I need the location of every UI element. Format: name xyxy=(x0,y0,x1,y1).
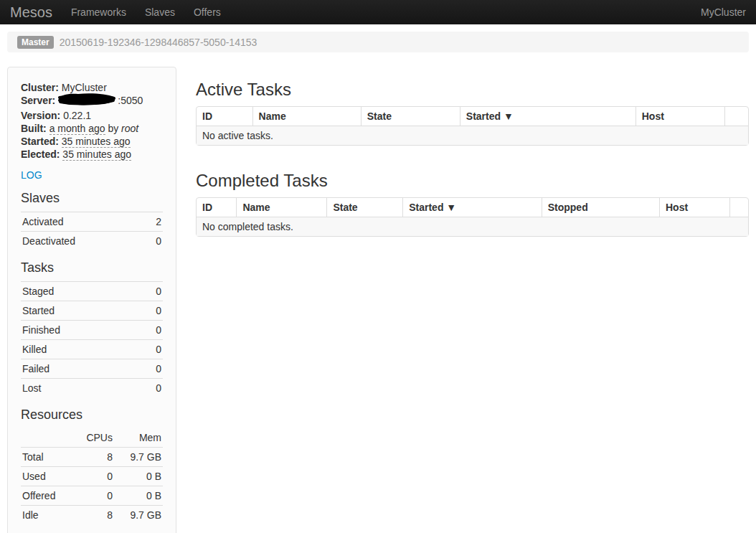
slaves-activated-label: Activated xyxy=(21,212,144,232)
completed-col-id[interactable]: ID xyxy=(197,198,236,217)
master-badge: Master xyxy=(17,36,54,49)
slaves-deactivated-value: 0 xyxy=(144,232,163,251)
table-row: Started 0 xyxy=(21,301,163,321)
table-row: Offered 0 0 B xyxy=(21,486,163,506)
completed-col-started sort-desc-icon[interactable]: Started ▼ xyxy=(402,198,542,217)
active-col-started sort-desc-icon[interactable]: Started ▼ xyxy=(460,107,635,126)
server-port: :5050 xyxy=(118,95,143,106)
built-time: a month ago xyxy=(49,123,105,135)
table-row: Used 0 0 B xyxy=(21,467,163,486)
built-by: by xyxy=(108,123,118,134)
elected-info-line: Elected: 35 minutes ago xyxy=(21,148,163,161)
tasks-finished-label: Finished xyxy=(21,321,138,340)
tasks-failed-label: Failed xyxy=(21,359,138,379)
resources-header-empty xyxy=(21,428,72,448)
log-link[interactable]: LOG xyxy=(21,169,42,181)
completed-col-state[interactable]: State xyxy=(326,198,402,217)
slaves-deactivated-label: Deactivated xyxy=(21,232,144,251)
tasks-killed-label: Killed xyxy=(21,340,138,359)
resources-idle-label: Idle xyxy=(21,506,72,525)
version-info-line: Version: 0.22.1 xyxy=(21,109,163,122)
tasks-failed-value: 0 xyxy=(138,359,163,379)
active-col-actions xyxy=(724,107,748,126)
tasks-finished-value: 0 xyxy=(138,321,163,340)
nav-item-offers[interactable]: Offers xyxy=(194,6,221,18)
tasks-started-label: Started xyxy=(21,301,138,321)
completed-col-stopped[interactable]: Stopped xyxy=(542,198,659,217)
nav-item-slaves[interactable]: Slaves xyxy=(145,6,175,18)
version-value: 0.22.1 xyxy=(63,110,91,121)
active-col-host[interactable]: Host xyxy=(635,107,724,126)
slaves-table: Activated 2 Deactivated 0 xyxy=(21,212,163,250)
version-label: Version: xyxy=(21,110,60,121)
tasks-lost-value: 0 xyxy=(138,379,163,398)
tasks-killed-value: 0 xyxy=(138,340,163,359)
server-label: Server: xyxy=(21,95,55,106)
tasks-staged-label: Staged xyxy=(21,282,138,301)
master-info-panel: Cluster: MyCluster Server::5050 Version:… xyxy=(7,67,176,533)
completed-col-name[interactable]: Name xyxy=(236,198,326,217)
main-content: Active Tasks ID Name State Started ▼ Hos… xyxy=(196,67,749,237)
elected-label: Elected: xyxy=(21,148,60,160)
slaves-heading: Slaves xyxy=(21,191,163,206)
table-row: Staged 0 xyxy=(21,282,163,301)
resources-total-label: Total xyxy=(21,448,72,467)
nav-item-frameworks[interactable]: Frameworks xyxy=(71,6,126,18)
active-col-state[interactable]: State xyxy=(361,107,460,126)
redaction-scribble xyxy=(57,92,117,109)
resources-used-mem: 0 B xyxy=(114,467,163,486)
tasks-staged-value: 0 xyxy=(138,282,163,301)
top-navbar: Mesos Frameworks Slaves Offers MyCluster xyxy=(0,0,756,24)
nav-links: Frameworks Slaves Offers xyxy=(71,6,221,18)
empty-row: No completed tasks. xyxy=(197,217,748,236)
resources-used-label: Used xyxy=(21,467,72,486)
brand-mesos[interactable]: Mesos xyxy=(10,4,52,21)
table-row: Failed 0 xyxy=(21,359,163,379)
navbar-cluster-name: MyCluster xyxy=(701,6,746,18)
table-row: Total 8 9.7 GB xyxy=(21,448,163,467)
started-value: 35 minutes ago xyxy=(62,136,131,148)
built-user: root xyxy=(121,123,138,134)
completed-tasks-title: Completed Tasks xyxy=(196,171,749,191)
master-id: 20150619-192346-1298446857-5050-14153 xyxy=(60,37,257,48)
slaves-activated-value: 2 xyxy=(144,212,163,232)
resources-offered-mem: 0 B xyxy=(114,486,163,506)
table-header-row: ID Name State Started ▼ Stopped Host xyxy=(197,198,748,217)
resources-table: CPUs Mem Total 8 9.7 GB Used 0 0 B Offer… xyxy=(21,428,163,524)
table-row: Killed 0 xyxy=(21,340,163,359)
built-label: Built: xyxy=(21,123,47,134)
active-tasks-title: Active Tasks xyxy=(196,80,749,100)
resources-idle-cpus: 8 xyxy=(72,506,114,525)
resources-offered-cpus: 0 xyxy=(72,486,114,506)
table-row: Finished 0 xyxy=(21,321,163,340)
server-info-line: Server::5050 xyxy=(21,94,163,109)
cluster-label: Cluster: xyxy=(21,82,59,93)
table-row: Idle 8 9.7 GB xyxy=(21,506,163,525)
table-row: Deactivated 0 xyxy=(21,232,163,251)
resources-header-cpus: CPUs xyxy=(72,428,114,448)
completed-tasks-empty-message: No completed tasks. xyxy=(197,217,748,236)
tasks-lost-label: Lost xyxy=(21,379,138,398)
started-info-line: Started: 35 minutes ago xyxy=(21,135,163,148)
table-row: CPUs Mem xyxy=(21,428,163,448)
active-col-name[interactable]: Name xyxy=(252,107,361,126)
table-row: Activated 2 xyxy=(21,212,163,232)
built-info-line: Built: a month ago by root xyxy=(21,122,163,135)
completed-tasks-table: ID Name State Started ▼ Stopped Host No … xyxy=(196,197,749,237)
started-label: Started: xyxy=(21,136,59,147)
breadcrumb: Master 20150619-192346-1298446857-5050-1… xyxy=(7,32,749,52)
completed-col-host[interactable]: Host xyxy=(659,198,729,217)
resources-heading: Resources xyxy=(21,407,163,423)
empty-row: No active tasks. xyxy=(197,126,748,145)
active-tasks-table: ID Name State Started ▼ Host No active t… xyxy=(196,106,749,146)
resources-idle-mem: 9.7 GB xyxy=(114,506,163,525)
resources-total-cpus: 8 xyxy=(72,448,114,467)
elected-value: 35 minutes ago xyxy=(62,148,131,161)
tasks-table: Staged 0 Started 0 Finished 0 Killed 0 F… xyxy=(21,281,163,397)
table-header-row: ID Name State Started ▼ Host xyxy=(197,107,748,126)
tasks-heading: Tasks xyxy=(21,260,163,275)
active-tasks-empty-message: No active tasks. xyxy=(197,126,748,145)
resources-header-mem: Mem xyxy=(114,428,163,448)
active-col-id[interactable]: ID xyxy=(197,107,252,126)
resources-total-mem: 9.7 GB xyxy=(114,448,163,467)
